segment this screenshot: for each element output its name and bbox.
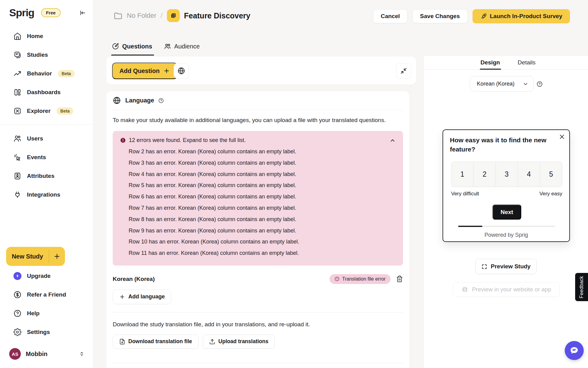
tab-audience-label: Audience [174,43,200,50]
users-icon [13,135,21,143]
feedback-tab[interactable]: Feedback [575,273,588,301]
tab-questions[interactable]: Questions [112,43,152,56]
behavior-icon [13,70,21,78]
language-name: Korean (Korea) [113,276,155,282]
chevron-down-icon [522,81,529,87]
download-translation-button[interactable]: Download translation file [113,335,198,349]
globe-upload-icon [462,286,468,293]
language-row: Korean (Korea) Translation file error [113,274,403,284]
cancel-button[interactable]: Cancel [373,9,407,23]
tab-design[interactable]: Design [481,59,500,66]
progress-bar [458,226,555,227]
scale-option-5[interactable]: 5 [540,162,562,187]
chat-launcher[interactable] [565,341,584,360]
error-row: Row 3 has an error. Korean (Korea) colum… [129,157,396,169]
plus-icon [119,294,125,300]
collapse-section-button[interactable] [396,63,411,79]
error-row: Row 11 has an error. Korean (Korea) colu… [129,247,396,259]
sidebar-item-label: Dashboards [27,89,61,96]
help-circle-icon[interactable] [158,98,164,103]
sidebar-item-studies[interactable]: Studies [0,48,93,62]
close-icon[interactable] [559,134,565,140]
download-translation-label: Download translation file [128,338,192,345]
study-type-icon [167,9,180,22]
launch-survey-button[interactable]: Launch In-Product Survey [473,9,570,23]
language-selector-value: Korean (Korea) [477,81,514,87]
upload-translations-label: Upload translations [218,338,268,345]
save-changes-button[interactable]: Save Changes [413,9,468,23]
collapse-sidebar-icon[interactable] [79,9,86,17]
scale-option-4[interactable]: 4 [518,162,540,187]
powered-by: Powered by Sprig [443,232,569,238]
sidebar-item-label: Integrations [27,191,60,198]
preview-study-button[interactable]: Preview Study [475,259,537,274]
account-name: Mobbin [26,351,47,358]
avatar: AS [9,348,21,360]
trash-icon[interactable] [396,275,403,282]
error-row: Row 8 has an error. Korean (Korea) colum… [129,214,396,225]
file-download-icon [119,339,125,345]
sidebar-item-attributes[interactable]: Attributes [0,169,93,183]
sidebar-item-settings[interactable]: Settings [0,325,93,339]
scale-option-2[interactable]: 2 [473,162,496,187]
rocket-icon [480,13,487,20]
add-question-button[interactable]: Add Question [112,63,177,79]
error-row: Row 5 has an error. Korean (Korea) colum… [129,180,396,191]
integrations-icon [13,191,21,199]
sidebar-item-behavior[interactable]: Behavior Beta [0,67,93,80]
next-button[interactable]: Next [492,205,521,220]
chat-bubble-icon [569,345,579,356]
sidebar-nav-bottom: Upgrade Refer a Friend Help Settings [0,269,93,344]
sidebar-item-refer[interactable]: Refer a Friend [0,288,93,301]
sidebar-item-upgrade[interactable]: Upgrade [0,269,93,283]
sidebar-item-label: Studies [27,52,48,58]
translation-error-box: 12 errors were found. Expand to see the … [113,131,403,266]
topbar: No Folder / Feature Discovery Cancel Sav… [93,0,588,56]
design-panel-tabs: Design Details [424,56,588,70]
sidebar-item-label: Events [27,154,46,161]
breadcrumb-folder[interactable]: No Folder [127,12,156,20]
error-row: Row 2 has an error. Korean (Korea) colum… [129,146,396,157]
language-section: Language To make your study available in… [106,91,410,368]
launch-survey-label: Launch In-Product Survey [490,13,562,20]
explorer-icon [13,107,21,115]
sidebar-item-help[interactable]: Help [0,307,93,320]
tab-audience[interactable]: Audience [164,43,200,56]
preview-website-button[interactable]: Preview in your website or app [453,282,560,297]
sidebar-item-events[interactable]: Events [0,151,93,164]
help-circle-icon[interactable] [537,81,543,87]
sidebar-item-explorer[interactable]: Explorer Beta [0,104,93,118]
studies-icon [13,51,21,59]
preview-study-label: Preview Study [491,263,531,270]
add-language-button[interactable]: Add language [113,289,171,304]
language-section-header: Language [113,91,403,110]
sidebar-item-label: Behavior [27,70,52,77]
tab-questions-label: Questions [122,43,152,50]
sidebar-item-dashboards[interactable]: Dashboards [0,86,93,99]
language-globe-button[interactable] [174,63,189,79]
plus-icon[interactable] [49,253,65,260]
sidebar-item-label: Settings [27,329,50,335]
account-switcher[interactable]: AS Mobbin [9,346,85,362]
sidebar-item-users[interactable]: Users [0,132,93,145]
divider [113,312,403,312]
scale-option-3[interactable]: 3 [496,162,518,187]
tab-details[interactable]: Details [518,59,535,66]
scale-option-1[interactable]: 1 [451,162,473,187]
sidebar-header: Sprig Free [9,7,86,19]
sidebar-item-home[interactable]: Home [0,29,93,43]
events-icon [13,153,21,161]
error-row: Row 7 has an error. Korean (Korea) colum… [129,202,396,214]
upload-translations-button[interactable]: Upload translations [203,335,275,349]
survey-preview-card: How easy was it to find the new feature?… [443,129,570,242]
chevron-up-icon[interactable] [390,137,396,144]
sidebar-nav-main: Home Studies Behavior Beta Dashboards Ex… [0,29,93,123]
new-study-button[interactable]: New Study [6,247,65,266]
error-summary-row[interactable]: 12 errors were found. Expand to see the … [120,137,396,144]
sidebar-item-integrations[interactable]: Integrations [0,188,93,201]
question-toolbar: Add Question [106,56,417,85]
language-selector-dropdown[interactable]: Korean (Korea) [470,76,534,92]
translation-file-error-badge[interactable]: Translation file error [330,274,390,284]
gear-icon [13,328,21,336]
breadcrumb: No Folder / Feature Discovery [113,9,251,22]
